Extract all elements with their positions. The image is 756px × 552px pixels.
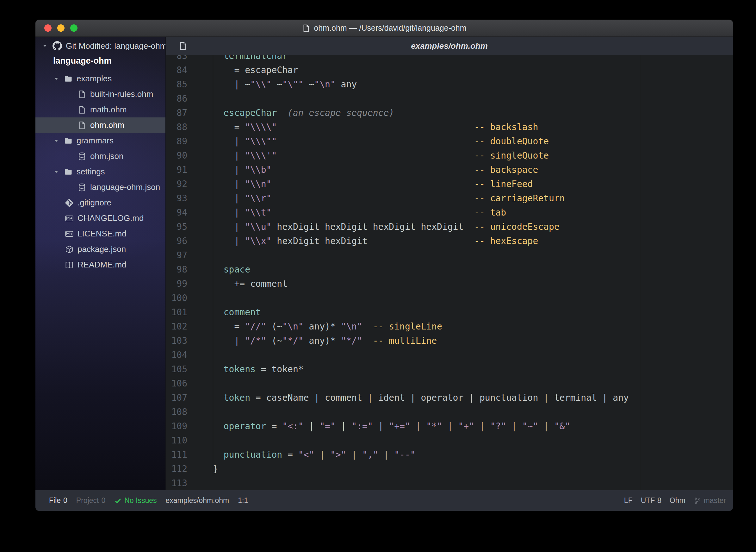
minimize-button[interactable] [57,24,64,32]
tree-item-README.md[interactable]: README.md [35,257,165,273]
line-number: 100 [166,291,187,305]
code-line-112[interactable]: 112} [166,462,733,476]
main-content: Git Modified: language-ohm language-ohm … [35,37,733,490]
status-bar-right: LF UTF-8 Ohm master [624,496,733,505]
tab-bar[interactable]: examples/ohm.ohm [166,37,733,55]
code-line-108[interactable]: 108 [166,405,733,419]
line-text: = "//" (~"\n" any)* "\n" -- singleLine [213,319,442,333]
code-line-105[interactable]: 105 tokens = token* [166,362,733,376]
code-line-89[interactable]: 89 | "\\\"" -- doubleQuote [166,134,733,148]
tree-item-language-ohm.json[interactable]: language-ohm.json [35,179,165,195]
close-button[interactable] [44,24,51,32]
tree-item-settings[interactable]: settings [35,164,165,179]
chevron-down-icon [53,169,59,175]
code-line-85[interactable]: 85 | ~"\\" ~"\"" ~"\n" any [166,77,733,92]
code-line-110[interactable]: 110 [166,433,733,447]
file-icon [178,41,187,50]
code-line-95[interactable]: 95 | "\\u" hexDigit hexDigit hexDigit he… [166,220,733,234]
code-line-102[interactable]: 102 = "//" (~"\n" any)* "\n" -- singleLi… [166,319,733,333]
line-text: | "\\b" -- backspace [213,163,538,177]
line-number: 105 [166,362,187,376]
window-titlebar[interactable]: ohm.ohm — /Users/david/git/language-ohm [35,20,733,37]
line-number: 88 [166,120,187,134]
line-text: escapeChar (an escape sequence) [213,106,394,120]
chevron-down-icon [42,43,48,49]
tree-item-built-in-rules.ohm[interactable]: built-in-rules.ohm [35,87,165,102]
code-line-107[interactable]: 107 token = caseName | comment | ident |… [166,391,733,405]
code-line-83[interactable]: 83 terminalChar [166,55,733,63]
code-line-91[interactable]: 91 | "\\b" -- backspace [166,163,733,177]
code-line-99[interactable]: 99 += comment [166,277,733,291]
line-number: 103 [166,333,187,348]
line-text: | "\\x" hexDigit hexDigit -- hexEscape [213,234,538,248]
tree-item-CHANGELOG.md[interactable]: CHANGELOG.md [35,211,165,226]
line-number: 104 [166,348,187,362]
file-path[interactable]: examples/ohm.ohm [166,496,229,505]
code-line-84[interactable]: 84 = escapeChar [166,63,733,77]
editor-body[interactable]: 83 terminalChar84 = escapeChar85 | ~"\\"… [166,55,733,490]
linter-project-status[interactable]: Project 0 [76,496,105,505]
git-status-header[interactable]: Git Modified: language-ohm [35,39,165,52]
code-line-86[interactable]: 86 [166,92,733,106]
line-number: 89 [166,134,187,148]
database-icon [77,152,86,161]
chevron-down-icon [53,76,59,82]
file-issues-label: File [49,496,61,505]
line-number: 113 [166,476,187,490]
database-icon [77,183,86,192]
code-line-111[interactable]: 111 punctuation = "<" | ">" | "," | "--" [166,447,733,462]
tree-item-ohm.ohm[interactable]: ohm.ohm [35,117,165,133]
code-line-109[interactable]: 109 operator = "<:" | "=" | ":=" | "+=" … [166,419,733,433]
project-root[interactable]: language-ohm [35,52,165,69]
grammar-indicator[interactable]: Ohm [670,496,686,505]
tree-item-math.ohm[interactable]: math.ohm [35,102,165,117]
code-line-93[interactable]: 93 | "\\r" -- carriageReturn [166,191,733,205]
tree-item-grammars[interactable]: grammars [35,133,165,148]
code-line-106[interactable]: 106 [166,376,733,391]
no-issues-indicator[interactable]: No Issues [114,496,157,505]
code-line-88[interactable]: 88 = "\\\\" -- backslash [166,120,733,134]
code-line-98[interactable]: 98 space [166,262,733,277]
line-number: 86 [166,92,187,106]
code-line-101[interactable]: 101 comment [166,305,733,319]
code-line-90[interactable]: 90 | "\\\'" -- singleQuote [166,148,733,163]
tree-item-label: package.json [77,244,126,254]
linter-file-status[interactable]: File 0 [49,496,67,505]
no-issues-label: No Issues [124,496,157,505]
line-ending-indicator[interactable]: LF [624,496,633,505]
tree-item-LICENSE.md[interactable]: LICENSE.md [35,226,165,242]
line-number: 94 [166,205,187,220]
line-number: 92 [166,177,187,191]
code-line-97[interactable]: 97 [166,248,733,262]
line-number: 85 [166,77,187,92]
zoom-button[interactable] [70,24,77,32]
encoding-indicator[interactable]: UTF-8 [641,496,662,505]
window-title: ohm.ohm — /Users/david/git/language-ohm [302,23,466,33]
line-number: 90 [166,148,187,163]
sidebar-tree-view: Git Modified: language-ohm language-ohm … [35,37,165,490]
code-line-87[interactable]: 87 escapeChar (an escape sequence) [166,106,733,120]
editor-pane: examples/ohm.ohm 83 terminalChar84 = esc… [165,37,733,490]
line-text: | ~"\\" ~"\"" ~"\n" any [213,77,357,92]
tree-item-label: examples [76,74,112,84]
project-name-label: language-ohm [53,56,112,66]
line-text: | "/*" (~"*/" any)* "*/" -- multiLine [213,333,437,348]
code-line-113[interactable]: 113 [166,476,733,490]
file-icon [77,105,86,114]
code-line-96[interactable]: 96 | "\\x" hexDigit hexDigit -- hexEscap… [166,234,733,248]
line-text: | "\\\"" -- doubleQuote [213,134,549,148]
code-line-92[interactable]: 92 | "\\n" -- lineFeed [166,177,733,191]
tree-item-.gitignore[interactable]: .gitignore [35,195,165,211]
code-line-104[interactable]: 104 [166,348,733,362]
cursor-position[interactable]: 1:1 [238,496,248,505]
line-number: 98 [166,262,187,277]
check-icon [114,497,122,505]
tree-item-ohm.json[interactable]: ohm.json [35,148,165,164]
git-branch-icon [694,497,701,505]
code-line-94[interactable]: 94 | "\\t" -- tab [166,205,733,220]
git-branch-indicator[interactable]: master [694,496,726,505]
code-line-103[interactable]: 103 | "/*" (~"*/" any)* "*/" -- multiLin… [166,333,733,348]
tree-item-examples[interactable]: examples [35,71,165,87]
code-line-100[interactable]: 100 [166,291,733,305]
tree-item-package.json[interactable]: package.json [35,242,165,257]
